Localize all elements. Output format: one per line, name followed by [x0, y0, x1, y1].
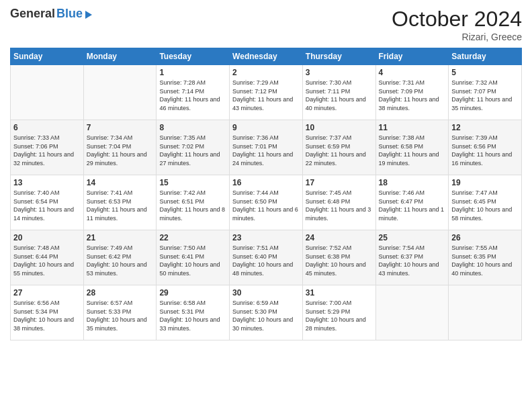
cell-w2-d5: 11Sunrise: 7:38 AMSunset: 6:58 PMDayligh…	[375, 120, 449, 175]
day-info: Sunrise: 7:41 AMSunset: 6:53 PMDaylight:…	[87, 189, 154, 222]
cell-w4-d6: 26Sunrise: 7:55 AMSunset: 6:35 PMDayligh…	[449, 230, 522, 285]
cell-w5-d0: 27Sunrise: 6:56 AMSunset: 5:34 PMDayligh…	[11, 285, 84, 340]
cell-w5-d3: 30Sunrise: 6:59 AMSunset: 5:30 PMDayligh…	[230, 285, 303, 340]
day-number: 2	[232, 68, 300, 77]
day-info: Sunrise: 6:59 AMSunset: 5:30 PMDaylight:…	[232, 299, 300, 332]
month-title: October 2024	[392, 7, 522, 32]
day-info: Sunrise: 7:40 AMSunset: 6:54 PMDaylight:…	[13, 189, 81, 222]
day-number: 10	[306, 123, 373, 132]
col-sunday: Sunday	[11, 48, 84, 65]
cell-w1-d3: 2Sunrise: 7:29 AMSunset: 7:12 PMDaylight…	[230, 65, 303, 120]
day-number: 25	[379, 233, 446, 242]
day-number: 19	[451, 178, 519, 187]
day-number: 7	[87, 123, 154, 132]
day-info: Sunrise: 7:29 AMSunset: 7:12 PMDaylight:…	[232, 79, 300, 112]
day-number: 13	[13, 178, 81, 187]
col-saturday: Saturday	[449, 48, 522, 65]
cell-w4-d0: 20Sunrise: 7:48 AMSunset: 6:44 PMDayligh…	[11, 230, 84, 285]
day-info: Sunrise: 7:30 AMSunset: 7:11 PMDaylight:…	[306, 79, 373, 112]
day-info: Sunrise: 7:52 AMSunset: 6:38 PMDaylight:…	[306, 244, 373, 277]
day-number: 5	[451, 68, 519, 77]
week-row-1: 1Sunrise: 7:28 AMSunset: 7:14 PMDaylight…	[11, 65, 522, 120]
cell-w2-d2: 8Sunrise: 7:35 AMSunset: 7:02 PMDaylight…	[157, 120, 230, 175]
cell-w4-d1: 21Sunrise: 7:49 AMSunset: 6:42 PMDayligh…	[83, 230, 157, 285]
title-block: October 2024 Rizari, Greece	[392, 7, 522, 42]
day-info: Sunrise: 7:00 AMSunset: 5:29 PMDaylight:…	[306, 299, 373, 332]
cell-w3-d1: 14Sunrise: 7:41 AMSunset: 6:53 PMDayligh…	[83, 175, 157, 230]
day-info: Sunrise: 7:42 AMSunset: 6:51 PMDaylight:…	[159, 189, 226, 222]
day-info: Sunrise: 7:46 AMSunset: 6:47 PMDaylight:…	[379, 189, 446, 222]
day-info: Sunrise: 7:36 AMSunset: 7:01 PMDaylight:…	[232, 134, 300, 167]
day-number: 15	[159, 178, 226, 187]
day-info: Sunrise: 6:58 AMSunset: 5:31 PMDaylight:…	[159, 299, 226, 332]
logo-blue-text: Blue	[56, 7, 83, 21]
cell-w2-d0: 6Sunrise: 7:33 AMSunset: 7:06 PMDaylight…	[11, 120, 84, 175]
day-info: Sunrise: 7:32 AMSunset: 7:07 PMDaylight:…	[451, 79, 519, 112]
day-info: Sunrise: 7:37 AMSunset: 6:59 PMDaylight:…	[306, 134, 373, 167]
day-number: 14	[87, 178, 154, 187]
logo-general-text: General	[10, 7, 55, 21]
day-number: 27	[13, 288, 81, 298]
day-info: Sunrise: 7:54 AMSunset: 6:37 PMDaylight:…	[379, 244, 446, 277]
week-row-4: 20Sunrise: 7:48 AMSunset: 6:44 PMDayligh…	[11, 230, 522, 285]
cell-w3-d4: 17Sunrise: 7:45 AMSunset: 6:48 PMDayligh…	[302, 175, 375, 230]
day-number: 6	[13, 123, 81, 132]
calendar-table: Sunday Monday Tuesday Wednesday Thursday…	[10, 48, 522, 340]
day-info: Sunrise: 7:35 AMSunset: 7:02 PMDaylight:…	[159, 134, 226, 167]
header: General Blue October 2024 Rizari, Greece	[10, 7, 522, 42]
cell-w2-d3: 9Sunrise: 7:36 AMSunset: 7:01 PMDaylight…	[230, 120, 303, 175]
day-info: Sunrise: 7:28 AMSunset: 7:14 PMDaylight:…	[159, 79, 226, 112]
day-number: 28	[87, 288, 154, 298]
cell-w1-d0	[11, 65, 84, 120]
cell-w3-d5: 18Sunrise: 7:46 AMSunset: 6:47 PMDayligh…	[375, 175, 449, 230]
day-number: 26	[451, 233, 519, 242]
cell-w5-d1: 28Sunrise: 6:57 AMSunset: 5:33 PMDayligh…	[83, 285, 157, 340]
day-number: 1	[159, 68, 226, 77]
day-number: 18	[379, 178, 446, 187]
cell-w2-d6: 12Sunrise: 7:39 AMSunset: 6:56 PMDayligh…	[449, 120, 522, 175]
day-number: 8	[159, 123, 226, 132]
col-thursday: Thursday	[302, 48, 375, 65]
day-info: Sunrise: 7:39 AMSunset: 6:56 PMDaylight:…	[451, 134, 519, 167]
day-number: 16	[232, 178, 300, 187]
day-info: Sunrise: 6:56 AMSunset: 5:34 PMDaylight:…	[13, 299, 81, 332]
week-row-2: 6Sunrise: 7:33 AMSunset: 7:06 PMDaylight…	[11, 120, 522, 175]
logo: General Blue	[10, 7, 92, 21]
cell-w3-d6: 19Sunrise: 7:47 AMSunset: 6:45 PMDayligh…	[449, 175, 522, 230]
cell-w3-d3: 16Sunrise: 7:44 AMSunset: 6:50 PMDayligh…	[230, 175, 303, 230]
col-monday: Monday	[83, 48, 157, 65]
cell-w2-d1: 7Sunrise: 7:34 AMSunset: 7:04 PMDaylight…	[83, 120, 157, 175]
day-number: 4	[379, 68, 446, 77]
logo-arrow-icon	[85, 11, 92, 19]
day-info: Sunrise: 7:49 AMSunset: 6:42 PMDaylight:…	[87, 244, 154, 277]
week-row-3: 13Sunrise: 7:40 AMSunset: 6:54 PMDayligh…	[11, 175, 522, 230]
col-tuesday: Tuesday	[157, 48, 230, 65]
day-number: 23	[232, 233, 300, 242]
cell-w3-d0: 13Sunrise: 7:40 AMSunset: 6:54 PMDayligh…	[11, 175, 84, 230]
cell-w5-d6	[449, 285, 522, 340]
calendar-page: General Blue October 2024 Rizari, Greece…	[0, 0, 532, 411]
day-number: 24	[306, 233, 373, 242]
day-info: Sunrise: 7:31 AMSunset: 7:09 PMDaylight:…	[379, 79, 446, 112]
day-number: 31	[306, 288, 373, 298]
day-number: 30	[232, 288, 300, 298]
day-number: 22	[159, 233, 226, 242]
day-info: Sunrise: 7:55 AMSunset: 6:35 PMDaylight:…	[451, 244, 519, 277]
cell-w4-d3: 23Sunrise: 7:51 AMSunset: 6:40 PMDayligh…	[230, 230, 303, 285]
day-number: 21	[87, 233, 154, 242]
day-info: Sunrise: 7:50 AMSunset: 6:41 PMDaylight:…	[159, 244, 226, 277]
cell-w4-d4: 24Sunrise: 7:52 AMSunset: 6:38 PMDayligh…	[302, 230, 375, 285]
col-friday: Friday	[375, 48, 449, 65]
day-info: Sunrise: 7:47 AMSunset: 6:45 PMDaylight:…	[451, 189, 519, 222]
cell-w5-d5	[375, 285, 449, 340]
location: Rizari, Greece	[392, 32, 522, 42]
day-number: 9	[232, 123, 300, 132]
day-number: 29	[159, 288, 226, 298]
cell-w4-d5: 25Sunrise: 7:54 AMSunset: 6:37 PMDayligh…	[375, 230, 449, 285]
day-info: Sunrise: 7:34 AMSunset: 7:04 PMDaylight:…	[87, 134, 154, 167]
day-number: 20	[13, 233, 81, 242]
cell-w1-d4: 3Sunrise: 7:30 AMSunset: 7:11 PMDaylight…	[302, 65, 375, 120]
header-row: Sunday Monday Tuesday Wednesday Thursday…	[11, 48, 522, 65]
day-number: 17	[306, 178, 373, 187]
cell-w1-d1	[83, 65, 157, 120]
